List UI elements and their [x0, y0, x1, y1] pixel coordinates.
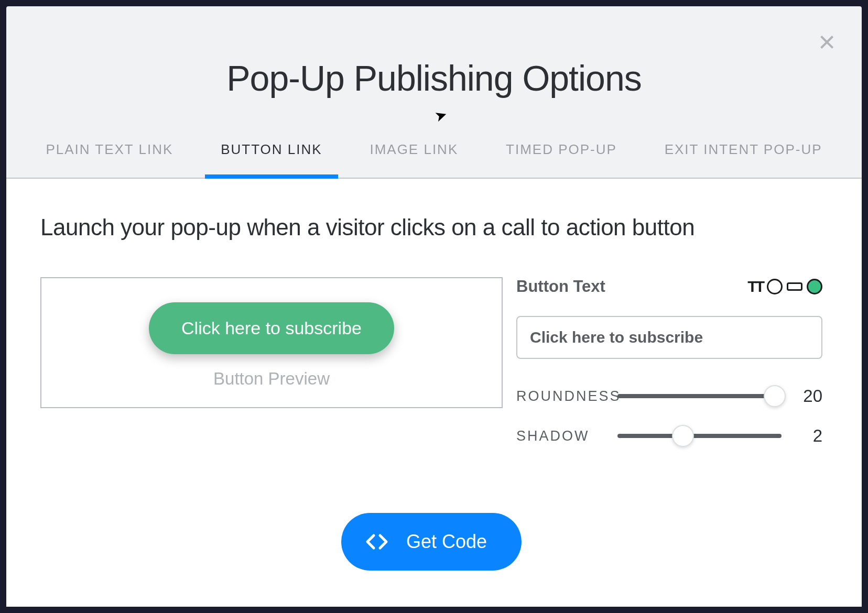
publishing-options-modal: × Pop-Up Publishing Options PLAIN TEXT L…: [6, 6, 862, 607]
modal-title: Pop-Up Publishing Options: [6, 58, 862, 98]
text-style-icon[interactable]: TT: [747, 278, 763, 295]
tab-timed-popup[interactable]: TIMED POP-UP: [490, 141, 633, 178]
tab-exit-intent-popup[interactable]: EXIT INTENT POP-UP: [649, 141, 838, 178]
mouse-cursor: ➤: [432, 105, 449, 125]
tab-button-link[interactable]: BUTTON LINK: [205, 141, 338, 178]
config-row: Click here to subscribe Button Preview B…: [40, 277, 822, 446]
shadow-value: 2: [796, 426, 822, 446]
button-controls: Button Text TT ROUNDNESS 20: [516, 277, 822, 446]
roundness-slider[interactable]: [617, 394, 782, 398]
get-code-label: Get Code: [406, 531, 487, 553]
roundness-label: ROUNDNESS: [516, 388, 603, 404]
button-text-label: Button Text: [516, 277, 605, 296]
roundness-slider-row: ROUNDNESS 20: [516, 386, 822, 406]
get-code-button[interactable]: Get Code: [341, 513, 522, 571]
roundness-slider-thumb[interactable]: [764, 385, 786, 407]
code-icon: [364, 533, 389, 550]
tab-content: Launch your pop-up when a visitor clicks…: [6, 179, 862, 607]
tabs-nav: PLAIN TEXT LINK BUTTON LINK IMAGE LINK T…: [6, 141, 862, 179]
roundness-value: 20: [796, 386, 822, 406]
close-icon[interactable]: ×: [818, 27, 836, 57]
preview-button: Click here to subscribe: [149, 302, 394, 354]
shadow-label: SHADOW: [516, 428, 603, 444]
rectangle-style-icon[interactable]: [787, 282, 802, 291]
style-toolbar: TT: [747, 278, 822, 295]
tab-image-link[interactable]: IMAGE LINK: [354, 141, 474, 178]
outline-style-icon[interactable]: [767, 279, 783, 294]
fill-color-icon[interactable]: [807, 279, 822, 294]
button-preview-panel: Click here to subscribe Button Preview: [40, 277, 503, 408]
button-text-input[interactable]: [516, 316, 822, 359]
shadow-slider-thumb[interactable]: [672, 425, 694, 447]
button-text-label-row: Button Text TT: [516, 277, 822, 296]
tab-description: Launch your pop-up when a visitor clicks…: [40, 214, 822, 240]
preview-label: Button Preview: [213, 369, 330, 389]
shadow-slider[interactable]: [617, 434, 782, 438]
tab-plain-text-link[interactable]: PLAIN TEXT LINK: [30, 141, 189, 178]
shadow-slider-row: SHADOW 2: [516, 426, 822, 446]
